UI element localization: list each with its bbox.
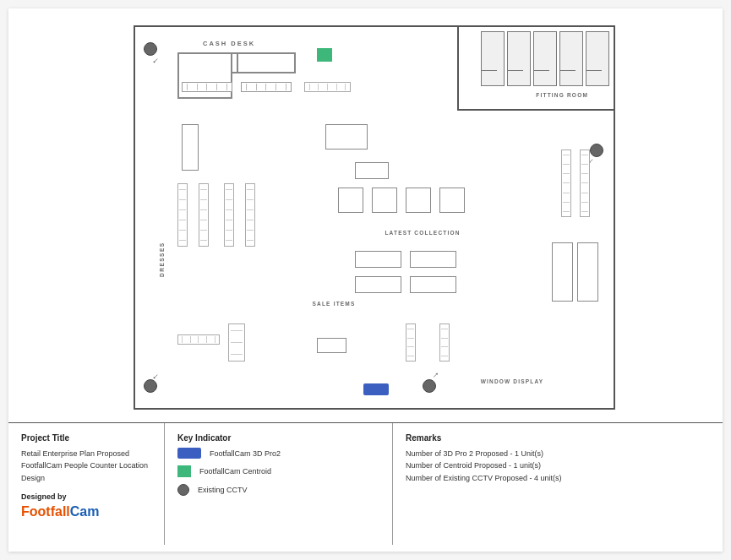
cctv-arrow-bottomcenter: ↓ [430, 371, 440, 381]
cctv-key-label: Existing CCTV [198, 486, 248, 494]
fitting-stalls [481, 31, 609, 86]
window-rack-2 [439, 323, 450, 362]
stall-door-arc-3 [534, 70, 549, 85]
floorplan-area: FITTING ROOM CASH DESK ↓ ↓ ↓ ↓ [8, 8, 723, 422]
remarks-col: Remarks Number of 3D Pro 2 Proposed - 1 … [393, 423, 723, 545]
stall-3 [533, 31, 557, 86]
remarks-heading: Remarks [406, 433, 710, 443]
cctv-camera-bottomcenter [423, 379, 436, 393]
info-section: Project Title Retail Enterprise Plan Pro… [8, 422, 723, 545]
centroid-key-label: FootfallCam Centroid [199, 467, 271, 476]
window-display-label: WINDOW DISPLAY [461, 378, 563, 384]
remarks-line-2: Number of Centroid Proposed - 1 unit(s) [406, 459, 710, 471]
page-container: FITTING ROOM CASH DESK ↓ ↓ ↓ ↓ [8, 8, 723, 552]
fitting-room-divider-v [457, 27, 459, 109]
rack-top-left2 [241, 82, 292, 92]
bottom-shelf-1 [317, 338, 346, 353]
cash-desk-label: CASH DESK [203, 40, 255, 47]
stall-2 [507, 31, 531, 86]
seasonal-display-1 [552, 242, 573, 302]
cctv-arrow-topleft: ↓ [151, 55, 161, 65]
fitting-room-label: FITTING ROOM [536, 92, 588, 98]
rack-top-left [182, 82, 232, 92]
latest-collection-label: LATEST COLLECTION [372, 230, 473, 236]
seasonal-rack-1 [561, 150, 571, 217]
stall-4 [559, 31, 583, 86]
seasonal-rack-2 [580, 150, 590, 217]
store-outline: FITTING ROOM CASH DESK ↓ ↓ ↓ ↓ [134, 25, 615, 410]
key-item-pro2: FootfallCam 3D Pro2 [177, 448, 379, 459]
lc-shelf-1 [355, 251, 401, 268]
display-left-tall [182, 124, 199, 171]
cctv-arrow-bottomleft: ↓ [151, 371, 161, 381]
lc-shelf-row2-1 [355, 276, 401, 293]
sale-rack-h1 [177, 334, 220, 345]
stall-1 [481, 31, 505, 86]
sale-rack-v1 [228, 323, 245, 362]
cash-desk-counter3 [237, 52, 296, 73]
lc-table-5 [439, 188, 465, 213]
lc-table-2 [338, 188, 363, 213]
pro2-marker [363, 383, 389, 395]
key-indicator-col: Key Indicator FootfallCam 3D Pro2 Footfa… [165, 423, 393, 545]
project-title-text: Retail Enterprise Plan Proposed Footfall… [21, 448, 151, 484]
project-info-col: Project Title Retail Enterprise Plan Pro… [8, 423, 165, 545]
display-table-1 [325, 124, 368, 150]
stall-door-arc-2 [508, 70, 523, 85]
centroid-icon [177, 465, 191, 477]
lc-table-1 [355, 162, 389, 179]
key-item-cctv: Existing CCTV [177, 484, 379, 496]
entrance-area [258, 405, 304, 408]
cctv-icon [177, 484, 189, 496]
window-rack-1 [406, 323, 416, 362]
sale-items-label: SALE ITEMS [292, 301, 376, 307]
dresses-label: DRESSES [159, 226, 165, 293]
dresses-rack-1 [177, 183, 188, 247]
stall-5 [586, 31, 609, 86]
dresses-rack-2 [199, 183, 209, 247]
project-title-heading: Project Title [21, 433, 151, 443]
stall-door-arc-5 [586, 70, 602, 85]
footfallcam-logo: FootfallCam [21, 504, 151, 519]
top-shelf-h [304, 82, 351, 92]
remarks-line-1: Number of 3D Pro 2 Proposed - 1 Unit(s) [406, 448, 710, 459]
seasonal-display-2 [577, 242, 598, 302]
lc-shelf-2 [410, 251, 456, 268]
lc-shelf-row2-2 [410, 276, 456, 293]
dresses-rack-3 [224, 183, 234, 247]
remarks-line-3: Number of Existing CCTV Proposed - 4 uni… [406, 472, 710, 484]
lc-table-4 [406, 188, 431, 213]
lc-table-3 [372, 188, 397, 213]
fitting-room-divider-h [457, 109, 614, 111]
key-indicator-heading: Key Indicator [177, 433, 379, 443]
dresses-rack-4 [245, 183, 255, 247]
pro2-icon [177, 448, 201, 459]
centroid-marker [317, 48, 332, 62]
pro2-key-label: FootfallCam 3D Pro2 [210, 449, 281, 458]
cctv-camera-topleft [144, 42, 157, 56]
stall-door-arc-1 [482, 70, 497, 85]
cctv-camera-bottomleft [144, 379, 157, 393]
logo-footfall: Footfall [21, 504, 70, 519]
stall-door-arc-4 [560, 70, 576, 85]
key-item-centroid: FootfallCam Centroid [177, 465, 379, 477]
designed-by-label: Designed by [21, 492, 151, 501]
